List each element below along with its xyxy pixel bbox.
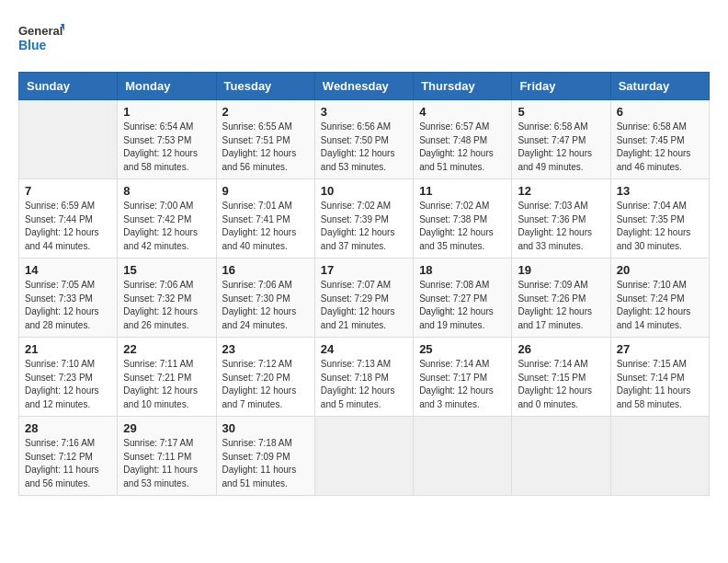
day-number: 2 — [222, 105, 309, 119]
svg-text:General: General — [18, 24, 63, 38]
calendar-cell: 17Sunrise: 7:07 AMSunset: 7:29 PMDayligh… — [314, 259, 413, 338]
weekday-header-thursday: Thursday — [414, 73, 512, 100]
day-number: 20 — [617, 263, 703, 277]
header: General Blue — [18, 18, 710, 57]
calendar-cell: 19Sunrise: 7:09 AMSunset: 7:26 PMDayligh… — [512, 259, 610, 338]
day-number: 16 — [222, 263, 309, 277]
calendar-cell: 11Sunrise: 7:02 AMSunset: 7:38 PMDayligh… — [414, 179, 512, 259]
calendar-cell: 26Sunrise: 7:14 AMSunset: 7:15 PMDayligh… — [512, 338, 610, 417]
day-number: 28 — [25, 421, 111, 435]
day-info: Sunrise: 7:10 AMSunset: 7:24 PMDaylight:… — [617, 279, 703, 332]
calendar-cell: 20Sunrise: 7:10 AMSunset: 7:24 PMDayligh… — [610, 259, 709, 338]
logo: General Blue — [18, 18, 64, 57]
day-info: Sunrise: 6:59 AMSunset: 7:44 PMDaylight:… — [25, 200, 111, 253]
week-row-2: 7Sunrise: 6:59 AMSunset: 7:44 PMDaylight… — [19, 179, 710, 259]
calendar-cell: 3Sunrise: 6:56 AMSunset: 7:50 PMDaylight… — [314, 100, 413, 179]
calendar-cell: 29Sunrise: 7:17 AMSunset: 7:11 PMDayligh… — [118, 417, 216, 496]
calendar-cell: 30Sunrise: 7:18 AMSunset: 7:09 PMDayligh… — [216, 417, 314, 496]
day-info: Sunrise: 7:07 AMSunset: 7:29 PMDaylight:… — [321, 279, 407, 332]
day-number: 12 — [518, 184, 604, 198]
calendar-cell: 14Sunrise: 7:05 AMSunset: 7:33 PMDayligh… — [19, 259, 118, 338]
calendar-cell: 24Sunrise: 7:13 AMSunset: 7:18 PMDayligh… — [314, 338, 413, 417]
day-info: Sunrise: 7:15 AMSunset: 7:14 PMDaylight:… — [617, 358, 703, 411]
day-number: 24 — [321, 342, 407, 356]
day-info: Sunrise: 7:05 AMSunset: 7:33 PMDaylight:… — [25, 279, 111, 332]
day-info: Sunrise: 6:56 AMSunset: 7:50 PMDaylight:… — [321, 121, 407, 174]
calendar-cell — [610, 417, 709, 496]
logo-svg: General Blue — [18, 18, 64, 57]
day-info: Sunrise: 7:00 AMSunset: 7:42 PMDaylight:… — [123, 200, 210, 253]
day-info: Sunrise: 7:14 AMSunset: 7:15 PMDaylight:… — [518, 358, 604, 411]
day-number: 10 — [321, 184, 407, 198]
day-info: Sunrise: 6:58 AMSunset: 7:45 PMDaylight:… — [617, 121, 703, 174]
calendar-cell — [414, 417, 512, 496]
calendar-cell — [314, 417, 413, 496]
day-number: 15 — [123, 263, 210, 277]
week-row-5: 28Sunrise: 7:16 AMSunset: 7:12 PMDayligh… — [19, 417, 710, 496]
day-number: 8 — [123, 184, 210, 198]
calendar-cell: 4Sunrise: 6:57 AMSunset: 7:48 PMDaylight… — [414, 100, 512, 179]
weekday-header-tuesday: Tuesday — [216, 73, 314, 100]
calendar-cell: 5Sunrise: 6:58 AMSunset: 7:47 PMDaylight… — [512, 100, 610, 179]
calendar-cell: 10Sunrise: 7:02 AMSunset: 7:39 PMDayligh… — [314, 179, 413, 259]
day-number: 5 — [518, 105, 604, 119]
weekday-header-sunday: Sunday — [19, 73, 118, 100]
calendar-cell — [512, 417, 610, 496]
week-row-3: 14Sunrise: 7:05 AMSunset: 7:33 PMDayligh… — [19, 259, 710, 338]
day-info: Sunrise: 6:58 AMSunset: 7:47 PMDaylight:… — [518, 121, 604, 174]
calendar-cell: 23Sunrise: 7:12 AMSunset: 7:20 PMDayligh… — [216, 338, 314, 417]
day-info: Sunrise: 7:14 AMSunset: 7:17 PMDaylight:… — [419, 358, 506, 411]
day-info: Sunrise: 7:16 AMSunset: 7:12 PMDaylight:… — [25, 437, 111, 490]
calendar-cell: 27Sunrise: 7:15 AMSunset: 7:14 PMDayligh… — [610, 338, 709, 417]
calendar-cell: 7Sunrise: 6:59 AMSunset: 7:44 PMDaylight… — [19, 179, 118, 259]
day-info: Sunrise: 6:55 AMSunset: 7:51 PMDaylight:… — [222, 121, 309, 174]
day-number: 29 — [123, 421, 210, 435]
day-number: 9 — [222, 184, 309, 198]
day-info: Sunrise: 7:02 AMSunset: 7:38 PMDaylight:… — [419, 200, 506, 253]
day-number: 30 — [222, 421, 309, 435]
day-info: Sunrise: 7:11 AMSunset: 7:21 PMDaylight:… — [123, 358, 210, 411]
day-number: 14 — [25, 263, 111, 277]
calendar-table: SundayMondayTuesdayWednesdayThursdayFrid… — [18, 72, 710, 496]
calendar-cell — [19, 100, 118, 179]
day-info: Sunrise: 7:12 AMSunset: 7:20 PMDaylight:… — [222, 358, 309, 411]
day-info: Sunrise: 7:03 AMSunset: 7:36 PMDaylight:… — [518, 200, 604, 253]
calendar-cell: 22Sunrise: 7:11 AMSunset: 7:21 PMDayligh… — [118, 338, 216, 417]
day-info: Sunrise: 7:13 AMSunset: 7:18 PMDaylight:… — [321, 358, 407, 411]
calendar-cell: 21Sunrise: 7:10 AMSunset: 7:23 PMDayligh… — [19, 338, 118, 417]
day-number: 17 — [321, 263, 407, 277]
calendar-cell: 25Sunrise: 7:14 AMSunset: 7:17 PMDayligh… — [414, 338, 512, 417]
week-row-1: 1Sunrise: 6:54 AMSunset: 7:53 PMDaylight… — [19, 100, 710, 179]
day-info: Sunrise: 7:01 AMSunset: 7:41 PMDaylight:… — [222, 200, 309, 253]
day-number: 11 — [419, 184, 506, 198]
day-number: 6 — [617, 105, 703, 119]
day-info: Sunrise: 7:08 AMSunset: 7:27 PMDaylight:… — [419, 279, 506, 332]
day-number: 13 — [617, 184, 703, 198]
day-info: Sunrise: 7:09 AMSunset: 7:26 PMDaylight:… — [518, 279, 604, 332]
calendar-cell: 15Sunrise: 7:06 AMSunset: 7:32 PMDayligh… — [118, 259, 216, 338]
calendar-cell: 16Sunrise: 7:06 AMSunset: 7:30 PMDayligh… — [216, 259, 314, 338]
weekday-header-monday: Monday — [118, 73, 216, 100]
day-info: Sunrise: 7:17 AMSunset: 7:11 PMDaylight:… — [123, 437, 210, 490]
calendar-cell: 13Sunrise: 7:04 AMSunset: 7:35 PMDayligh… — [610, 179, 709, 259]
day-number: 22 — [123, 342, 210, 356]
calendar-cell: 2Sunrise: 6:55 AMSunset: 7:51 PMDaylight… — [216, 100, 314, 179]
day-info: Sunrise: 7:04 AMSunset: 7:35 PMDaylight:… — [617, 200, 703, 253]
day-number: 19 — [518, 263, 604, 277]
day-number: 18 — [419, 263, 506, 277]
calendar-cell: 9Sunrise: 7:01 AMSunset: 7:41 PMDaylight… — [216, 179, 314, 259]
day-number: 27 — [617, 342, 703, 356]
weekday-header-row: SundayMondayTuesdayWednesdayThursdayFrid… — [19, 73, 710, 100]
day-number: 21 — [25, 342, 111, 356]
calendar-cell: 18Sunrise: 7:08 AMSunset: 7:27 PMDayligh… — [414, 259, 512, 338]
svg-text:Blue: Blue — [18, 38, 47, 52]
week-row-4: 21Sunrise: 7:10 AMSunset: 7:23 PMDayligh… — [19, 338, 710, 417]
weekday-header-wednesday: Wednesday — [314, 73, 413, 100]
day-number: 7 — [25, 184, 111, 198]
day-number: 4 — [419, 105, 506, 119]
weekday-header-friday: Friday — [512, 73, 610, 100]
calendar-cell: 28Sunrise: 7:16 AMSunset: 7:12 PMDayligh… — [19, 417, 118, 496]
day-info: Sunrise: 7:06 AMSunset: 7:30 PMDaylight:… — [222, 279, 309, 332]
calendar-cell: 12Sunrise: 7:03 AMSunset: 7:36 PMDayligh… — [512, 179, 610, 259]
day-info: Sunrise: 6:54 AMSunset: 7:53 PMDaylight:… — [123, 121, 210, 174]
